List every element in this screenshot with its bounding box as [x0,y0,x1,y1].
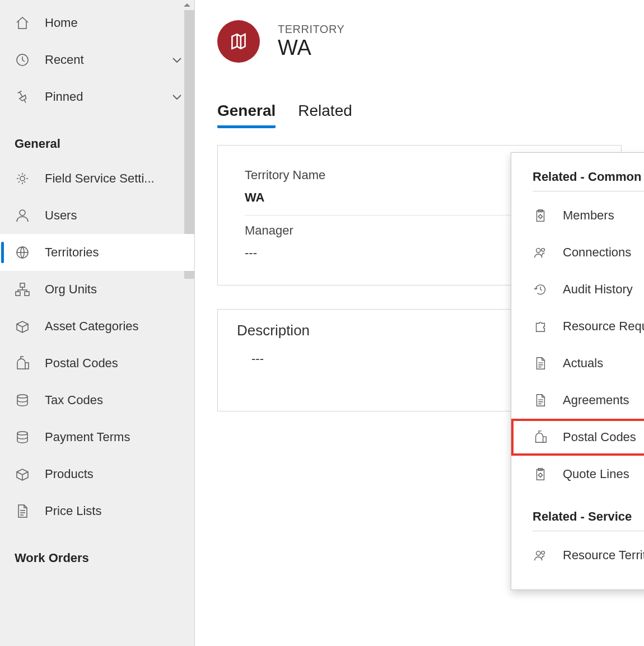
divider [533,531,644,531]
related-item-connections[interactable]: Connections [511,234,644,271]
people-icon [533,548,548,563]
pin-icon [15,89,30,105]
sidebar-item-label: Pinned [45,90,156,104]
people-icon [533,245,548,260]
sidebar-item-home[interactable]: Home [0,4,194,41]
sidebar-item-label: Field Service Setti... [45,171,183,186]
document-icon [533,356,548,371]
package-icon [15,466,30,482]
record-header: TERRITORY WA [217,20,622,63]
svg-rect-9 [537,211,544,222]
sidebar-item-asset-categories[interactable]: Asset Categories [0,308,194,345]
related-item-postal-codes[interactable]: Postal Codes [511,419,644,456]
related-item-agreements[interactable]: Agreements [511,382,644,419]
sidebar-item-org-units[interactable]: Org Units [0,271,194,308]
related-item-label: Agreements [563,393,629,408]
user-icon [15,208,30,223]
sidebar-item-label: Postal Codes [45,356,183,371]
sidebar-item-label: Asset Categories [45,319,183,334]
related-item-label: Resource Requirements [563,319,644,334]
sidebar-item-label: Home [45,16,183,30]
svg-point-11 [539,215,542,218]
tab-bar: General Related [217,102,622,128]
related-dropdown: Related - Common Members Connections Aud… [511,152,644,590]
record-name: WA [278,36,344,60]
related-item-members[interactable]: Members [511,197,644,234]
svg-point-1 [20,176,25,181]
related-item-quote-lines[interactable]: Quote Lines [511,456,644,493]
svg-point-13 [542,249,545,252]
clock-icon [15,52,30,68]
globe-icon [15,245,30,260]
sidebar-item-label: Users [45,208,183,223]
svg-rect-14 [537,470,544,480]
svg-point-8 [17,432,27,435]
sidebar-item-label: Territories [45,245,183,260]
gear-icon [15,171,30,186]
svg-point-17 [536,551,540,555]
related-item-label: Postal Codes [563,430,636,444]
tab-related[interactable]: Related [298,102,352,128]
home-icon [15,15,30,31]
svg-point-7 [17,395,27,398]
box-open-icon [15,319,30,334]
sidebar-item-products[interactable]: Products [0,456,194,493]
related-item-actuals[interactable]: Actuals [511,345,644,382]
sidebar-item-pinned[interactable]: Pinned [0,78,194,115]
document-icon [15,503,30,519]
sidebar-item-label: Recent [45,53,156,67]
related-item-label: Actuals [563,356,603,371]
related-item-label: Quote Lines [563,467,629,481]
sidebar-item-label: Tax Codes [45,393,183,408]
history-icon [533,282,548,297]
related-item-label: Connections [563,245,631,260]
related-item-label: Members [563,208,614,223]
database-icon [15,429,30,445]
main-content: TERRITORY WA General Related Territory N… [195,0,644,646]
dropdown-section-title: Related - Common [511,170,644,191]
mailbox-icon [533,430,548,444]
related-item-label: Audit History [563,282,633,297]
sidebar-item-label: Payment Terms [45,430,183,444]
svg-point-18 [542,551,545,555]
tab-general[interactable]: General [217,102,276,128]
sidebar-item-postal-codes[interactable]: Postal Codes [0,345,194,382]
svg-point-16 [539,474,542,477]
mailbox-icon [15,355,30,371]
svg-point-2 [20,210,25,216]
svg-rect-5 [16,292,20,296]
territory-avatar [217,20,260,63]
svg-rect-4 [20,283,25,287]
svg-point-12 [536,249,540,252]
related-item-resource-requirements[interactable]: Resource Requirements [511,308,644,345]
chevron-down-icon [171,91,183,103]
org-icon [15,282,30,297]
sidebar-item-payment-terms[interactable]: Payment Terms [0,419,194,456]
sidebar-section-work-orders: Work Orders [0,530,194,574]
record-type-label: TERRITORY [278,23,344,36]
divider [533,191,644,191]
scroll-up-caret[interactable] [182,1,192,9]
sidebar: Home Recent Pinned General Field Service… [0,0,195,646]
related-item-audit-history[interactable]: Audit History [511,271,644,308]
sidebar-item-label: Price Lists [45,504,183,518]
sidebar-item-recent[interactable]: Recent [0,41,194,78]
sidebar-item-field-service-setti[interactable]: Field Service Setti... [0,160,194,197]
chevron-down-icon [171,54,183,66]
document-icon [533,393,548,408]
sidebar-item-label: Org Units [45,282,183,297]
clipboard-gear-icon [533,467,548,481]
clipboard-gear-icon [533,208,548,223]
map-icon [228,31,249,52]
sidebar-item-label: Products [45,467,183,481]
sidebar-item-users[interactable]: Users [0,197,194,234]
sidebar-item-tax-codes[interactable]: Tax Codes [0,382,194,419]
database-icon [15,392,30,408]
sidebar-item-price-lists[interactable]: Price Lists [0,493,194,530]
dropdown-section-title: Related - Service [511,509,644,531]
sidebar-section-general: General [0,115,194,160]
puzzle-icon [533,319,548,334]
related-item-resource-territories[interactable]: Resource Territories [511,537,644,574]
sidebar-item-territories[interactable]: Territories [0,234,194,271]
svg-rect-6 [25,292,29,296]
